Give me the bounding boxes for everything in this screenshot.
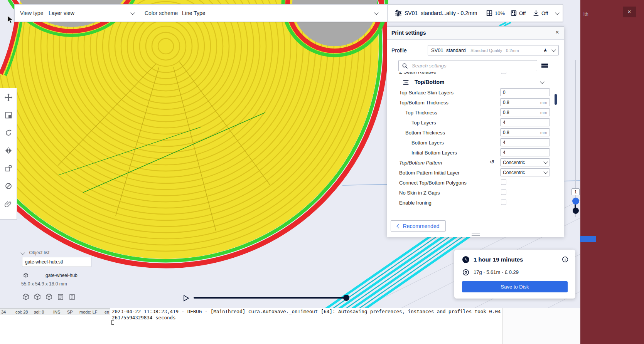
category-top-bottom[interactable]: Top/Bottom bbox=[387, 77, 564, 87]
star-icon[interactable]: ★ bbox=[543, 47, 548, 53]
object-name-tooltip: gate-wheel-hub.stl bbox=[22, 257, 91, 267]
support-blocker-tool-button[interactable] bbox=[2, 181, 15, 193]
sliders-icon bbox=[394, 9, 402, 17]
setting-row[interactable]: Bottom Layers4 bbox=[387, 138, 564, 148]
mouse-cursor bbox=[7, 15, 14, 24]
setting-row[interactable]: Enable Ironing bbox=[387, 198, 564, 208]
background-close-button[interactable]: × bbox=[623, 7, 636, 17]
save-to-disk-button[interactable]: Save to Disk bbox=[462, 281, 568, 292]
setting-input[interactable]: 0.8mm bbox=[500, 98, 550, 106]
setting-row[interactable]: Z Seam Relative bbox=[387, 72, 564, 77]
sheet-icon[interactable] bbox=[68, 293, 76, 302]
settings-scrollbar[interactable] bbox=[555, 94, 557, 105]
layer-slider-lower-handle[interactable] bbox=[573, 208, 579, 214]
info-icon[interactable] bbox=[562, 256, 568, 263]
layer-slider-upper-handle[interactable] bbox=[572, 198, 579, 205]
measure-tool-button[interactable] bbox=[2, 198, 15, 211]
sheet-icon[interactable] bbox=[57, 293, 64, 302]
object-list-label: Object list bbox=[29, 250, 49, 255]
print-time: 1 hour 19 minutes bbox=[474, 256, 523, 263]
setting-input[interactable]: 0 bbox=[500, 88, 550, 96]
adhesion-value: Off bbox=[541, 10, 548, 16]
setting-input[interactable]: 4 bbox=[500, 148, 550, 156]
setting-row[interactable]: Connect Top/Bottom Polygons bbox=[387, 178, 564, 188]
object-list-header[interactable]: Object list bbox=[21, 249, 49, 256]
setting-row[interactable]: Initial Bottom Layers4 bbox=[387, 148, 564, 158]
tool-panel bbox=[0, 88, 17, 220]
setting-checkbox[interactable] bbox=[501, 190, 506, 195]
status-item: sel: 0 bbox=[34, 310, 44, 314]
editor-left-area bbox=[0, 315, 110, 344]
rotate-tool-button[interactable] bbox=[2, 128, 15, 140]
settings-menu-icon[interactable] bbox=[541, 63, 548, 69]
per-model-settings-icon bbox=[5, 164, 12, 174]
setting-unit: mm bbox=[540, 100, 547, 105]
view-type-dropdown[interactable]: Layer view bbox=[49, 5, 138, 22]
chevron-down-icon bbox=[130, 10, 135, 15]
per-model-settings-tool-button[interactable] bbox=[2, 163, 15, 175]
log-line-2: 26175594329834 seconds bbox=[112, 315, 176, 321]
setting-row[interactable]: Top/Bottom Thickness0.8mm bbox=[387, 97, 564, 107]
setting-label: Bottom Thickness bbox=[399, 130, 445, 136]
setting-row[interactable]: Top Thickness0.8mm bbox=[387, 107, 564, 117]
cube-icon[interactable] bbox=[45, 293, 53, 302]
support-value: Off bbox=[519, 10, 526, 16]
close-icon[interactable]: × bbox=[555, 29, 559, 36]
setting-label: Top Surface Skin Layers bbox=[399, 90, 453, 96]
setting-row[interactable]: Top Layers4 bbox=[387, 117, 564, 128]
play-button[interactable] bbox=[182, 294, 190, 302]
search-input[interactable] bbox=[411, 62, 534, 69]
setting-label: Top/Bottom Thickness bbox=[399, 100, 448, 106]
view-type-label: View type bbox=[20, 10, 43, 16]
layer-animation-handle[interactable] bbox=[343, 295, 349, 301]
setting-label: Bottom Pattern Initial Layer bbox=[399, 170, 460, 176]
scale-tool-button[interactable] bbox=[2, 110, 15, 122]
profile-dropdown[interactable]: SV01_standard - Standard Quality - 0.2mm… bbox=[428, 45, 559, 55]
profile-summary: SV01_standard...ality - 0.2mm bbox=[405, 10, 477, 16]
editor-side-area bbox=[502, 308, 580, 344]
object-item-label: gate-wheel-hub bbox=[46, 273, 78, 278]
setting-row[interactable]: No Skin in Z Gaps bbox=[387, 188, 564, 198]
panel-header: Print settings × bbox=[387, 27, 564, 40]
setting-row[interactable]: Top Surface Skin Layers0 bbox=[387, 87, 564, 97]
cube-icon[interactable] bbox=[34, 293, 41, 302]
setting-dropdown[interactable]: Concentric bbox=[500, 158, 550, 166]
search-settings-box[interactable] bbox=[398, 60, 537, 71]
setting-input[interactable]: 4 bbox=[500, 118, 550, 126]
setting-input[interactable]: 4 bbox=[500, 138, 550, 146]
mirror-tool-button[interactable] bbox=[2, 145, 15, 158]
material-usage: 17g · 5.61m · £ 0.29 bbox=[474, 269, 519, 275]
chevron-down-icon bbox=[540, 79, 544, 84]
panel-resize-handle[interactable] bbox=[472, 233, 480, 236]
text-cursor[interactable] bbox=[111, 320, 114, 325]
rotate-icon bbox=[5, 129, 12, 138]
chevron-down-icon bbox=[20, 250, 25, 255]
play-icon bbox=[182, 294, 190, 302]
background-window-strip: lth × bbox=[580, 0, 644, 344]
print-setup-header-button[interactable]: SV01_standard...ality - 0.2mm 10% Off Of… bbox=[387, 5, 563, 22]
setting-label: Z Seam Relative bbox=[399, 72, 436, 75]
object-dimensions: 55.0 x 54.9 x 18.0 mm bbox=[21, 281, 67, 287]
layer-animation-slider[interactable] bbox=[194, 297, 349, 299]
move-tool-button[interactable] bbox=[2, 92, 15, 104]
cube-icon[interactable] bbox=[22, 293, 30, 302]
setting-row[interactable]: Top/Bottom Pattern↺Concentric bbox=[387, 158, 564, 168]
setting-checkbox[interactable] bbox=[501, 72, 506, 74]
setting-checkbox[interactable] bbox=[501, 180, 506, 185]
chevron-down-icon bbox=[543, 159, 548, 164]
object-list-item[interactable]: gate-wheel-hub bbox=[23, 272, 78, 279]
setting-input[interactable]: 0.8mm bbox=[500, 108, 550, 116]
recommended-button[interactable]: Recommended bbox=[391, 220, 446, 232]
print-summary-card: 1 hour 19 minutes 17g · 5.61m · £ 0.29 S… bbox=[454, 250, 575, 299]
setting-row[interactable]: Bottom Pattern Initial LayerConcentric bbox=[387, 168, 564, 178]
chevron-down-icon bbox=[374, 10, 378, 15]
adhesion-icon bbox=[533, 10, 539, 17]
setting-row[interactable]: Bottom Thickness0.8mm bbox=[387, 128, 564, 138]
chevron-down-icon bbox=[551, 47, 556, 52]
setting-dropdown[interactable]: Concentric bbox=[500, 168, 550, 176]
setting-checkbox[interactable] bbox=[501, 200, 506, 205]
status-item: col: 28 bbox=[15, 310, 28, 314]
reset-setting-icon[interactable]: ↺ bbox=[490, 159, 494, 165]
color-scheme-dropdown[interactable]: Line Type bbox=[182, 5, 382, 22]
setting-input[interactable]: 0.8mm bbox=[500, 128, 550, 136]
